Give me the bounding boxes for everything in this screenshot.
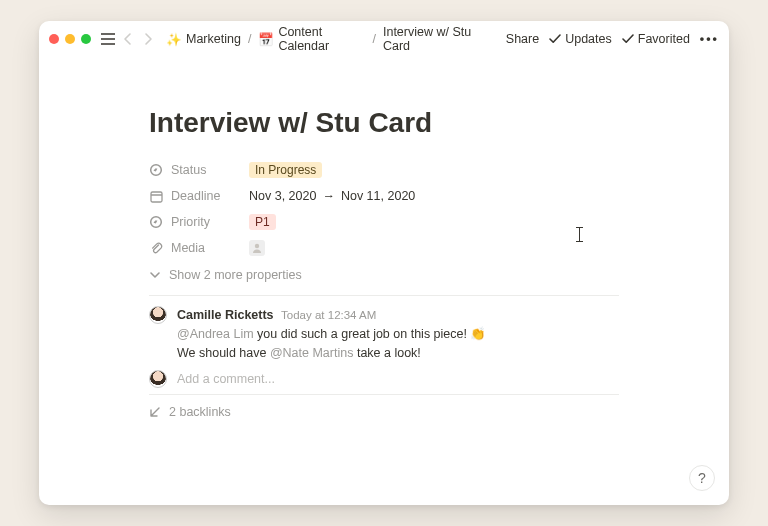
property-priority[interactable]: Priority P1 bbox=[149, 209, 619, 235]
divider bbox=[149, 295, 619, 296]
breadcrumb-sep: / bbox=[372, 32, 375, 46]
comment-time: Today at 12:34 AM bbox=[281, 309, 376, 321]
comment-author[interactable]: Camille Ricketts bbox=[177, 308, 274, 322]
show-more-label: Show 2 more properties bbox=[169, 268, 302, 282]
divider bbox=[149, 394, 619, 395]
backlinks[interactable]: 2 backlinks bbox=[149, 405, 619, 419]
chevron-down-icon bbox=[149, 269, 161, 281]
mention[interactable]: @Andrea Lim bbox=[177, 327, 254, 341]
property-media[interactable]: Media bbox=[149, 235, 619, 261]
deadline-start: Nov 3, 2020 bbox=[249, 189, 316, 203]
property-deadline[interactable]: Deadline Nov 3, 2020 → Nov 11, 2020 bbox=[149, 183, 619, 209]
maximize-window-dot[interactable] bbox=[81, 34, 91, 44]
arrow-icon: → bbox=[322, 189, 335, 203]
comment-text: you did such a great job on this piece! bbox=[254, 327, 471, 341]
comment: Camille Ricketts Today at 12:34 AM @Andr… bbox=[149, 306, 619, 362]
clap-emoji-icon: 👏 bbox=[470, 327, 486, 341]
breadcrumb-sep: / bbox=[248, 32, 251, 46]
avatar bbox=[149, 370, 167, 388]
breadcrumb-label: Marketing bbox=[186, 32, 241, 46]
status-icon bbox=[149, 163, 163, 177]
app-window: ✨ Marketing / 📅 Content Calendar / Inter… bbox=[39, 21, 729, 505]
comment-text: We should have bbox=[177, 346, 270, 360]
breadcrumb-content-calendar[interactable]: 📅 Content Calendar bbox=[255, 23, 368, 55]
text-cursor-icon bbox=[579, 227, 580, 242]
favorited-button[interactable]: Favorited bbox=[622, 32, 690, 46]
updates-button[interactable]: Updates bbox=[549, 32, 612, 46]
priority-icon bbox=[149, 215, 163, 229]
calendar-icon bbox=[149, 189, 163, 203]
page-content: Interview w/ Stu Card Status In Progress… bbox=[39, 57, 729, 505]
attachment-icon bbox=[149, 241, 163, 255]
svg-point-3 bbox=[255, 244, 259, 248]
breadcrumb: ✨ Marketing / 📅 Content Calendar / Inter… bbox=[163, 23, 494, 55]
breadcrumb-marketing[interactable]: ✨ Marketing bbox=[163, 30, 244, 49]
comment-text: take a look! bbox=[353, 346, 420, 360]
comment-body: Camille Ricketts Today at 12:34 AM @Andr… bbox=[177, 306, 486, 362]
show-more-properties[interactable]: Show 2 more properties bbox=[149, 261, 619, 289]
priority-badge[interactable]: P1 bbox=[249, 214, 276, 230]
sidebar-toggle-icon[interactable] bbox=[101, 33, 115, 45]
close-window-dot[interactable] bbox=[49, 34, 59, 44]
backlink-arrow-icon bbox=[149, 406, 161, 418]
nav-back-icon[interactable] bbox=[121, 32, 135, 46]
updates-label: Updates bbox=[565, 32, 612, 46]
minimize-window-dot[interactable] bbox=[65, 34, 75, 44]
check-icon bbox=[622, 33, 634, 45]
status-badge[interactable]: In Progress bbox=[249, 162, 322, 178]
topbar: ✨ Marketing / 📅 Content Calendar / Inter… bbox=[39, 21, 729, 57]
property-label: Status bbox=[171, 163, 206, 177]
topbar-actions: Share Updates Favorited ••• bbox=[506, 32, 719, 46]
sparkles-icon: ✨ bbox=[166, 32, 182, 47]
add-comment[interactable] bbox=[149, 370, 619, 388]
breadcrumb-current-page[interactable]: Interview w/ Stu Card bbox=[380, 23, 494, 55]
avatar[interactable] bbox=[149, 306, 167, 324]
deadline-end: Nov 11, 2020 bbox=[341, 189, 415, 203]
window-controls[interactable] bbox=[49, 34, 91, 44]
comment-line: @Andrea Lim you did such a great job on … bbox=[177, 325, 486, 344]
comment-input[interactable] bbox=[177, 372, 619, 386]
share-button[interactable]: Share bbox=[506, 32, 539, 46]
mention[interactable]: @Nate Martins bbox=[270, 346, 354, 360]
property-label: Media bbox=[171, 241, 205, 255]
backlinks-label: 2 backlinks bbox=[169, 405, 231, 419]
property-label: Deadline bbox=[171, 189, 220, 203]
calendar-icon: 📅 bbox=[258, 32, 274, 47]
help-button[interactable]: ? bbox=[689, 465, 715, 491]
property-status[interactable]: Status In Progress bbox=[149, 157, 619, 183]
more-menu-icon[interactable]: ••• bbox=[700, 32, 719, 46]
check-icon bbox=[549, 33, 561, 45]
property-label: Priority bbox=[171, 215, 210, 229]
favorited-label: Favorited bbox=[638, 32, 690, 46]
breadcrumb-label: Content Calendar bbox=[278, 25, 365, 53]
svg-rect-1 bbox=[151, 192, 162, 202]
page-title[interactable]: Interview w/ Stu Card bbox=[149, 107, 619, 139]
comment-line: We should have @Nate Martins take a look… bbox=[177, 344, 486, 363]
breadcrumb-label: Interview w/ Stu Card bbox=[383, 25, 491, 53]
nav-forward-icon[interactable] bbox=[141, 32, 155, 46]
media-thumbnail[interactable] bbox=[249, 240, 265, 256]
